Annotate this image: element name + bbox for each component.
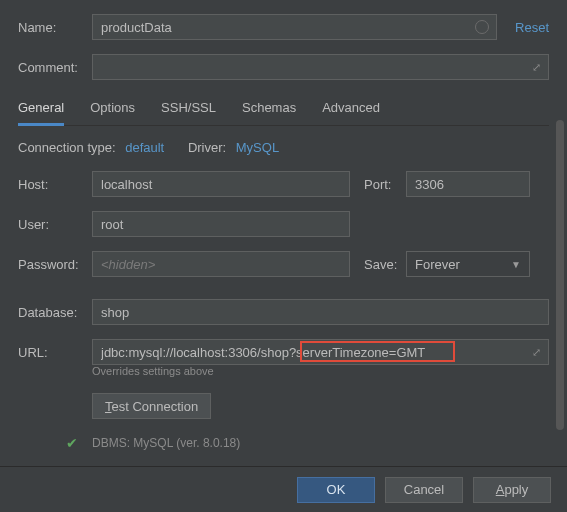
circle-icon: [475, 20, 489, 34]
tab-sshssl[interactable]: SSH/SSL: [161, 94, 216, 126]
host-input[interactable]: [92, 171, 350, 197]
url-input[interactable]: [92, 339, 549, 365]
chevron-down-icon: ▼: [511, 259, 521, 270]
user-input[interactable]: [92, 211, 350, 237]
password-label: Password:: [18, 257, 92, 272]
database-input[interactable]: [92, 299, 549, 325]
ok-button[interactable]: OK: [297, 477, 375, 503]
cancel-button[interactable]: Cancel: [385, 477, 463, 503]
user-label: User:: [18, 217, 92, 232]
port-label: Port:: [364, 177, 406, 192]
conn-type-value[interactable]: default: [125, 140, 164, 155]
dialog-footer: OK Cancel Apply: [0, 466, 567, 512]
reset-link[interactable]: Reset: [515, 20, 549, 35]
save-select[interactable]: Forever ▼: [406, 251, 530, 277]
tab-advanced[interactable]: Advanced: [322, 94, 380, 126]
test-connection-button[interactable]: Test Connection: [92, 393, 211, 419]
port-input[interactable]: [406, 171, 530, 197]
tab-schemas[interactable]: Schemas: [242, 94, 296, 126]
host-label: Host:: [18, 177, 92, 192]
password-input[interactable]: [92, 251, 350, 277]
save-value: Forever: [415, 257, 460, 272]
driver-label: Driver:: [188, 140, 226, 155]
tabs: General Options SSH/SSL Schemas Advanced: [18, 94, 549, 126]
url-label: URL:: [18, 345, 92, 360]
url-hint: Overrides settings above: [92, 365, 549, 377]
tab-general[interactable]: General: [18, 94, 64, 126]
comment-input[interactable]: [92, 54, 549, 80]
driver-value[interactable]: MySQL: [236, 140, 279, 155]
name-input[interactable]: [92, 14, 497, 40]
name-label: Name:: [18, 20, 92, 35]
apply-button[interactable]: Apply: [473, 477, 551, 503]
tab-options[interactable]: Options: [90, 94, 135, 126]
comment-label: Comment:: [18, 60, 92, 75]
dbms-text: DBMS: MySQL (ver. 8.0.18): [92, 436, 240, 450]
scrollbar[interactable]: [556, 120, 564, 450]
database-label: Database:: [18, 305, 92, 320]
scroll-thumb[interactable]: [556, 120, 564, 430]
conn-type-label: Connection type:: [18, 140, 116, 155]
save-label: Save:: [364, 257, 406, 272]
check-icon: ✔: [66, 435, 78, 451]
